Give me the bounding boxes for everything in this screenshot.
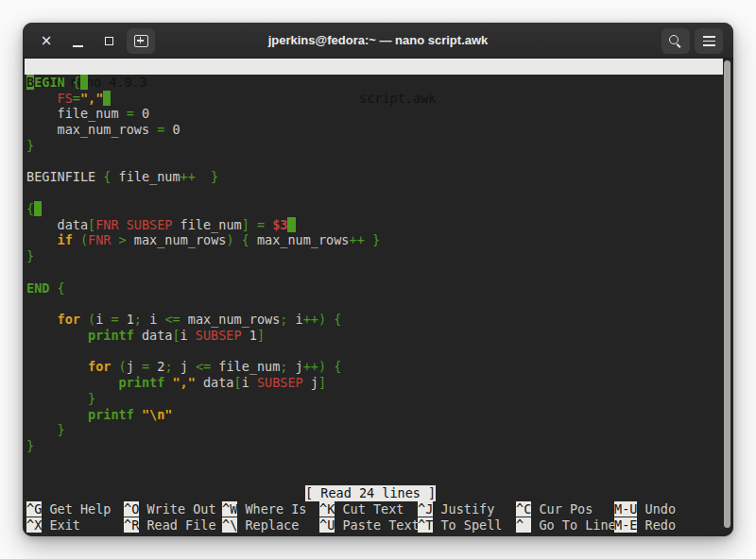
code-line: printf "\n": [23, 407, 722, 423]
code-line: }: [23, 422, 722, 438]
shortcut-key: ^_: [516, 517, 531, 533]
shortcut-label: Where Is: [237, 501, 306, 517]
shortcut-key: M-E: [614, 517, 637, 533]
shortcut-label: Justify: [433, 501, 494, 517]
code-line: file_num = 0: [23, 106, 722, 122]
window-title: jperkins@fedora:~ — nano script.awk: [23, 23, 733, 59]
code-line: [23, 296, 722, 312]
code-line: [23, 344, 722, 360]
shortcut-exit: ^X Exit: [26, 517, 80, 534]
shortcut-justify: ^J Justify: [418, 501, 494, 517]
shortcut-key: ^K: [319, 501, 335, 517]
shortcut-label: Cut Text: [335, 501, 404, 517]
code-line: BEGIN {: [23, 75, 722, 91]
nano-status-bar: [ Read 24 lines ]: [305, 485, 436, 501]
code-line: max_num_rows = 0: [23, 122, 722, 138]
shortcut-where-is: ^W Where Is: [222, 501, 306, 517]
titlebar[interactable]: × jperkins@fedora:~ — nano script.awk: [23, 23, 733, 59]
menu-icon: [703, 36, 715, 46]
shortcut-key: ^O: [124, 501, 139, 517]
shortcut-label: Undo: [637, 501, 676, 517]
menu-button[interactable]: [695, 28, 723, 54]
shortcut-key: M-U: [614, 501, 637, 517]
shortcut-key: ^T: [418, 517, 433, 533]
shortcut-read-file: ^R Read File: [124, 517, 216, 534]
shortcut-paste-text: ^U Paste Text: [319, 517, 420, 534]
shortcut-go-to-line: ^_ Go To Line: [516, 517, 616, 534]
shortcut-label: Read File: [139, 517, 215, 533]
scrollbar-thumb[interactable]: [724, 60, 730, 528]
shortcut-key: ^C: [516, 501, 531, 517]
terminal-window: × jperkins@fedora:~ — nano script.awk GN…: [23, 23, 733, 536]
nano-header: GNU nano 4.9.3 script.awk: [25, 59, 723, 75]
shortcut-cur-pos: ^C Cur Pos: [516, 501, 593, 517]
code-line: END {: [23, 280, 722, 296]
code-line: data[FNR SUBSEP file_num] = $3: [23, 217, 722, 233]
shortcut-row-2: ^X Exit^R Read File^\ Replace^U Paste Te…: [23, 517, 733, 534]
code-line: printf data[i SUBSEP 1]: [23, 328, 722, 344]
shortcut-key: ^W: [222, 501, 237, 517]
code-line: for (j = 2; j <= file_num; j++) {: [23, 359, 722, 375]
shortcut-key: ^J: [418, 501, 433, 517]
shortcut-label: Replace: [237, 517, 299, 533]
code-line: BEGINFILE { file_num++ }: [23, 169, 722, 185]
shortcut-label: Get Help: [42, 501, 111, 517]
shortcut-label: Cur Pos: [531, 501, 593, 517]
shortcut-label: Write Out: [139, 501, 215, 517]
shortcut-label: Exit: [42, 517, 80, 533]
shortcut-label: Paste Text: [335, 517, 419, 533]
shortcut-cut-text: ^K Cut Text: [319, 501, 404, 517]
shortcut-get-help: ^G Get Help: [26, 501, 111, 517]
shortcut-replace: ^\ Replace: [222, 517, 299, 534]
shortcut-key: ^\: [222, 517, 237, 533]
shortcut-label: Go To Line: [531, 517, 615, 533]
code-line: printf "," data[i SUBSEP j]: [23, 375, 722, 391]
code-line: }: [23, 248, 722, 264]
code-line: }: [23, 391, 722, 407]
shortcut-key: ^R: [124, 517, 139, 533]
shortcut-label: To Spell: [433, 517, 502, 533]
code-line: FS=",": [23, 91, 722, 107]
shortcut-undo: M-U Undo: [614, 501, 676, 517]
shortcut-redo: M-E Redo: [614, 517, 676, 534]
code-line: {: [23, 201, 722, 217]
search-button[interactable]: [662, 28, 690, 54]
terminal-screen[interactable]: GNU nano 4.9.3 script.awk BEGIN { FS=","…: [23, 59, 733, 536]
shortcut-to-spell: ^T To Spell: [418, 517, 502, 534]
shortcut-key: ^U: [319, 517, 335, 533]
code-line: [23, 154, 722, 170]
code-line: for (i = 1; i <= max_num_rows; i++) {: [23, 312, 722, 328]
code-area: BEGIN { FS="," file_num = 0 max_num_rows…: [23, 75, 722, 454]
shortcut-row-1: ^G Get Help^O Write Out^W Where Is^K Cut…: [23, 501, 733, 517]
code-line: [23, 264, 722, 280]
shortcut-write-out: ^O Write Out: [124, 501, 216, 517]
code-line: if (FNR > max_num_rows) { max_num_rows++…: [23, 232, 722, 248]
search-icon: [668, 34, 683, 49]
shortcut-key: ^X: [26, 517, 42, 533]
code-line: [23, 185, 722, 201]
shortcut-label: Redo: [637, 517, 676, 533]
code-line: }: [23, 438, 722, 454]
code-line: }: [23, 138, 722, 154]
shortcut-key: ^G: [26, 501, 42, 517]
